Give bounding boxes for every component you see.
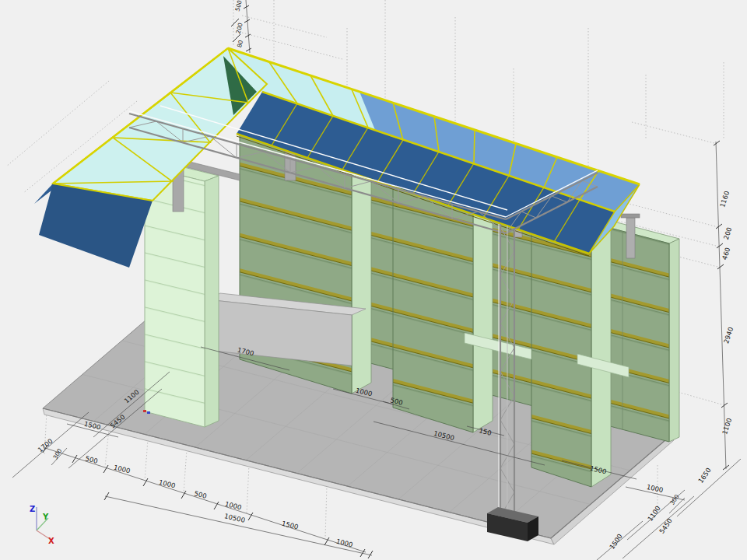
dimension-label: 2940 [722,326,735,345]
dimension-label: 1500 [608,533,624,551]
dimension-label: 500 [85,454,99,465]
dimension-label: 1650 [696,467,713,485]
3d-viewport[interactable]: 500 1000 1000 500 1000 1500 1000 10500 1… [0,0,747,560]
dimension-label: 460 [721,247,732,261]
cad-canvas: 500 1000 1000 500 1000 1500 1000 10500 1… [0,0,747,560]
dimension-label: 1100 [646,505,662,523]
dimension-label: 1160 [718,190,731,208]
dimension-label: 200 [722,226,734,241]
dimension-label: 1000 [335,537,353,549]
dimension-label: 500 [194,489,208,500]
dimension-label: 1000 [646,483,664,494]
x-axis-label: X [48,537,54,545]
dimension-label: 1000 [224,500,242,512]
dimension-label: 80 [236,39,244,48]
back-wall-side [669,239,679,442]
dimension-label: 500 [233,0,243,12]
axis-indicator: Z Y X [30,505,54,545]
dimension-label: 5450 [658,517,674,535]
dimension-label: 10500 [223,512,246,524]
dimension-label: 1700 [37,437,54,454]
z-axis-label: Z [30,505,35,513]
dimension-label: 1500 [281,520,299,531]
dimension-label: 1100 [721,417,733,436]
y-axis-label: Y [42,513,49,521]
